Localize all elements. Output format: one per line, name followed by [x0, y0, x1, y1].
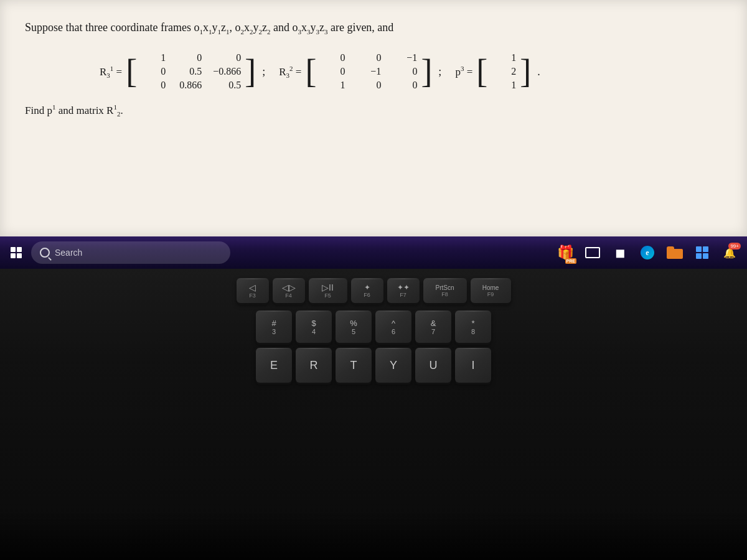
win-sq-2 — [17, 247, 22, 252]
key-4[interactable]: $ 4 — [296, 310, 332, 343]
find-instruction: Find p1 and matrix R12. — [25, 103, 722, 118]
key-f7-label: F7 — [400, 292, 406, 298]
key-t-label: T — [350, 359, 357, 372]
key-3-label: 3 — [272, 328, 276, 335]
r32-2-1: 0 — [356, 80, 381, 91]
screen-area: Suppose that three coordinate frames o1x… — [0, 0, 747, 236]
key-f5[interactable]: ▷II F5 — [309, 278, 347, 303]
letter-key-row: E R T Y U I — [37, 348, 710, 383]
fn-key-row: ◁ F3 ◁▷ F4 ▷II F5 ✦ F6 ✦✦ — [37, 278, 710, 303]
r32-1-1: −1 — [356, 66, 381, 77]
key-f8-label: F8 — [441, 291, 448, 297]
key-f6-symbol: ✦ — [364, 283, 370, 292]
key-star: * — [471, 319, 474, 328]
p3-0: 1 — [491, 52, 516, 63]
gift-app[interactable]: 🎁 PRE — [553, 240, 578, 265]
key-amp: & — [431, 319, 436, 328]
notification-app[interactable]: 🔔 99+ — [717, 240, 742, 265]
cell-0-1: 0 — [177, 52, 202, 63]
key-y[interactable]: Y — [375, 348, 411, 383]
number-key-row: # 3 $ 4 % 5 ^ 6 & 7 — [37, 310, 710, 343]
r31-grid: 1 0 0 0 0.5 −0.866 0 0.866 0.5 — [137, 50, 245, 93]
key-f3[interactable]: ◁ F3 — [237, 278, 269, 303]
windows-icon — [11, 247, 22, 258]
taskbar-apps: 🎁 PRE ◼ e — [553, 240, 742, 265]
semicolon-1: ; — [262, 65, 265, 78]
key-r[interactable]: R — [296, 348, 332, 383]
matrices-row: R31 = [ 1 0 0 0 0.5 −0.866 0 0.866 0.5 — [100, 50, 722, 93]
semicolon-2: ; — [438, 65, 441, 78]
r32-2-2: 0 — [392, 80, 417, 91]
key-7-label: 7 — [431, 328, 435, 335]
period: . — [537, 65, 540, 78]
key-r-label: R — [310, 359, 318, 372]
problem-intro: Suppose that three coordinate frames o1x… — [25, 19, 722, 37]
folder-icon — [667, 246, 683, 259]
search-icon — [40, 248, 50, 258]
key-f3-label: F3 — [249, 292, 256, 299]
key-y-label: Y — [390, 359, 397, 372]
folder-app[interactable] — [662, 240, 687, 265]
edge-icon: e — [641, 246, 654, 259]
key-f3-symbol: ◁ — [249, 282, 256, 292]
key-f9-symbol: Home — [482, 284, 499, 291]
key-e[interactable]: E — [256, 348, 292, 383]
cell-1-1: 0.5 — [177, 66, 202, 77]
key-8-label: 8 — [471, 328, 475, 335]
r32-container: R32 = [ 0 0 −1 0 −1 0 1 0 0 ] — [279, 50, 444, 93]
win-sq-4 — [17, 253, 22, 258]
key-f9[interactable]: Home F9 — [471, 278, 511, 303]
key-6[interactable]: ^ 6 — [375, 310, 411, 343]
key-f6[interactable]: ✦ F6 — [351, 278, 383, 303]
r31-matrix: [ 1 0 0 0 0.5 −0.866 0 0.866 0.5 ] — [126, 50, 256, 93]
key-t[interactable]: T — [336, 348, 372, 383]
key-6-label: 6 — [392, 328, 395, 335]
p3-2: 1 — [491, 80, 516, 91]
key-percent: % — [350, 319, 357, 328]
r32-0-2: −1 — [392, 52, 417, 63]
key-e-label: E — [270, 359, 278, 372]
bracket-right: ] — [245, 50, 256, 93]
keyboard-shadow — [0, 510, 747, 560]
key-4-label: 4 — [312, 328, 316, 335]
bracket-left-3: [ — [476, 50, 487, 93]
p3-container: p3 = [ 1 2 1 ] . — [455, 50, 542, 93]
key-f8[interactable]: PrtScn F8 — [423, 278, 467, 303]
search-bar[interactable]: Search — [31, 241, 230, 264]
key-f5-symbol: ▷II — [322, 282, 334, 292]
key-7[interactable]: & 7 — [415, 310, 451, 343]
key-u[interactable]: U — [415, 348, 451, 383]
cell-1-0: 0 — [141, 66, 166, 77]
key-3[interactable]: # 3 — [256, 310, 292, 343]
notification-badge: 99+ — [728, 243, 741, 250]
bracket-left: [ — [126, 50, 137, 93]
screen-app[interactable] — [580, 240, 605, 265]
r31-label: R31 = — [100, 65, 122, 79]
bracket-left-2: [ — [305, 50, 316, 93]
key-8[interactable]: * 8 — [455, 310, 491, 343]
edge-app[interactable]: e — [635, 240, 660, 265]
key-f5-label: F5 — [324, 292, 331, 299]
key-f7-symbol: ✦✦ — [397, 283, 410, 292]
grid-app[interactable] — [690, 240, 715, 265]
r32-grid: 0 0 −1 0 −1 0 1 0 0 — [316, 50, 421, 93]
cell-2-1: 0.866 — [177, 80, 202, 91]
pre-badge: PRE — [565, 258, 576, 264]
p3-vector: [ 1 2 1 ] — [476, 50, 531, 93]
win-sq-1 — [11, 247, 16, 252]
key-f4[interactable]: ◁▷ F4 — [273, 278, 305, 303]
camera-app[interactable]: ◼ — [608, 240, 632, 265]
r32-matrix: [ 0 0 −1 0 −1 0 1 0 0 ] — [305, 50, 432, 93]
r32-2-0: 1 — [320, 80, 345, 91]
key-f6-label: F6 — [364, 292, 370, 298]
key-i[interactable]: I — [455, 348, 491, 383]
key-caret: ^ — [392, 319, 395, 328]
r32-1-2: 0 — [392, 66, 417, 77]
monitor-icon — [585, 247, 600, 258]
start-button[interactable] — [5, 241, 27, 264]
key-5[interactable]: % 5 — [336, 310, 372, 343]
laptop-body: ◁ F3 ◁▷ F4 ▷II F5 ✦ F6 ✦✦ — [0, 269, 747, 560]
cell-1-2: −0.866 — [213, 66, 241, 77]
key-f9-label: F9 — [487, 291, 494, 297]
key-f7[interactable]: ✦✦ F7 — [387, 278, 420, 303]
